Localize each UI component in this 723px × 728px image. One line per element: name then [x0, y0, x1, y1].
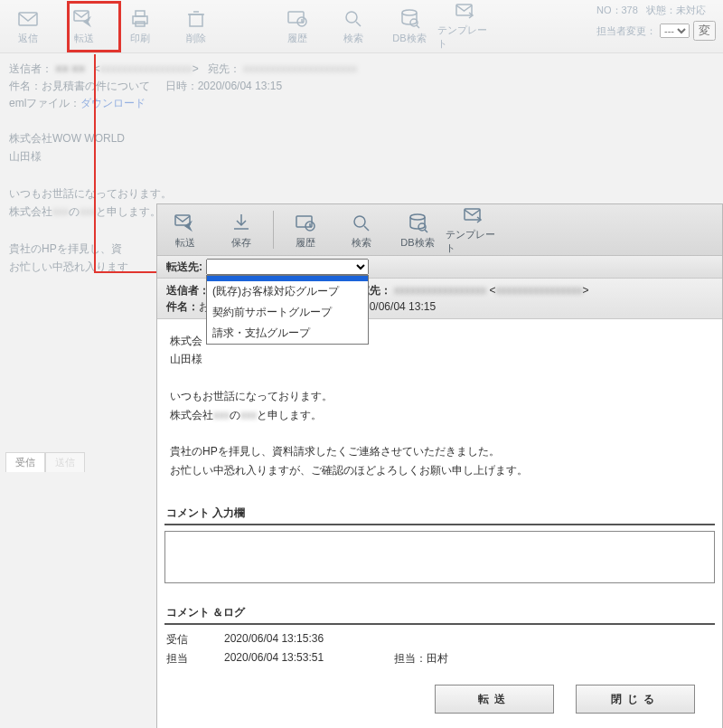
- template-icon: [461, 204, 486, 226]
- transfer-select[interactable]: [206, 259, 369, 275]
- db-icon: [405, 211, 430, 234]
- mail-icon: [15, 6, 41, 30]
- sender-value: ■■ ■■: [55, 62, 84, 75]
- log-row: 受信 2020/06/04 13:15:36: [166, 630, 713, 649]
- highlight-forward-button: [67, 1, 121, 52]
- sender-label: 送信者：: [9, 62, 52, 75]
- assignee-select[interactable]: ---: [660, 24, 690, 38]
- separator: [273, 211, 274, 249]
- win-history-button[interactable]: 履歴: [277, 204, 333, 255]
- datetime-label: 日時：: [165, 80, 198, 92]
- dropdown-option-existing-group[interactable]: (既存)お客様対応グループ: [207, 281, 368, 302]
- log-row: 担当 2020/06/04 13:53:51 担当：田村: [166, 649, 713, 668]
- print-icon: [127, 6, 153, 30]
- search-icon: [349, 211, 374, 234]
- history-icon: [285, 6, 310, 30]
- bg-tabs: 受信 送信: [5, 452, 85, 472]
- log-list: 受信 2020/06/04 13:15:36 担当 2020/06/04 13:…: [166, 630, 713, 668]
- search-icon: [341, 6, 366, 30]
- no-value: 378: [622, 5, 638, 15]
- no-label: NO：: [596, 5, 622, 15]
- dropdown-option-presales-group[interactable]: 契約前サポートグループ: [207, 302, 368, 323]
- change-button[interactable]: 変: [693, 21, 716, 41]
- win-forward-button[interactable]: 転送: [157, 204, 213, 255]
- tab-sent[interactable]: 送信: [45, 452, 85, 472]
- eml-download-link[interactable]: ダウンロード: [80, 97, 146, 109]
- dropdown-option-billing-group[interactable]: 請求・支払グループ: [207, 323, 368, 344]
- transfer-dropdown: (既存)お客様対応グループ 契約前サポートグループ 請求・支払グループ: [206, 275, 369, 345]
- save-icon: [229, 211, 254, 234]
- win-sender-label: 送信者：: [166, 284, 210, 297]
- bg-meta: 送信者： ■■ ■■ <xxxxxxxxxxxxxxxxx> 宛先： xxxxx…: [0, 53, 723, 120]
- win-template-button[interactable]: テンプレート: [446, 204, 502, 255]
- transfer-row: 転送先: (既存)お客様対応グループ 契約前サポートグループ 請求・支払グループ: [157, 256, 722, 279]
- win-datetime: 0/06/04 13:15: [370, 300, 436, 313]
- state-value: 未対応: [676, 5, 706, 15]
- forward-icon: [173, 211, 198, 234]
- forward-dialog: 転送 保存 履歴 検索 DB検索 テンプレート 転送先: (既存)お客様対応グル…: [156, 203, 723, 728]
- delete-button[interactable]: 削除: [168, 0, 224, 51]
- trash-icon: [183, 6, 209, 30]
- win-save-button[interactable]: 保存: [213, 204, 269, 255]
- forward-submit-button[interactable]: 転送: [435, 685, 554, 714]
- win-toolbar: 転送 保存 履歴 検索 DB検索 テンプレート: [157, 204, 722, 256]
- comment-input[interactable]: [164, 531, 715, 583]
- comment-section-title: コメント 入力欄: [164, 503, 715, 525]
- dialog-buttons: 転送 閉じる: [157, 668, 722, 728]
- history-button[interactable]: 履歴: [269, 0, 325, 51]
- subject-label: 件名：: [9, 80, 42, 92]
- search-button[interactable]: 検索: [325, 0, 381, 51]
- recipient-label: 宛先：: [208, 62, 240, 75]
- subject-value: お見積書の件について: [42, 80, 150, 92]
- reply-button[interactable]: 返信: [0, 0, 56, 51]
- arrow-vertical: [94, 54, 96, 272]
- win-body: 株式会 山田様 いつもお世話になっております。 株式会社xxxのxxxと申します…: [157, 319, 722, 501]
- assignee-change-label: 担当者変更：: [596, 24, 656, 38]
- dbsearch-button[interactable]: DB検索: [381, 0, 437, 51]
- win-search-button[interactable]: 検索: [333, 204, 390, 255]
- template-icon: [453, 0, 478, 22]
- history-icon: [293, 211, 318, 234]
- template-button[interactable]: テンプレート: [437, 0, 493, 51]
- state-label: 状態：: [646, 5, 676, 15]
- win-dbsearch-button[interactable]: DB検索: [390, 204, 446, 255]
- close-button[interactable]: 閉じる: [576, 685, 695, 714]
- datetime-value: 2020/06/04 13:15: [198, 80, 282, 92]
- transfer-label: 転送先:: [166, 260, 202, 275]
- db-icon: [397, 6, 422, 30]
- win-subject-label: 件名：: [166, 300, 199, 313]
- log-section-title: コメント ＆ログ: [164, 602, 715, 625]
- bg-status-bar: NO：378 状態：未対応 担当者変更： --- 変: [596, 4, 716, 41]
- eml-label: emlファイル：: [9, 97, 80, 109]
- tab-receive[interactable]: 受信: [5, 452, 45, 472]
- arrow-horizontal: [94, 271, 164, 273]
